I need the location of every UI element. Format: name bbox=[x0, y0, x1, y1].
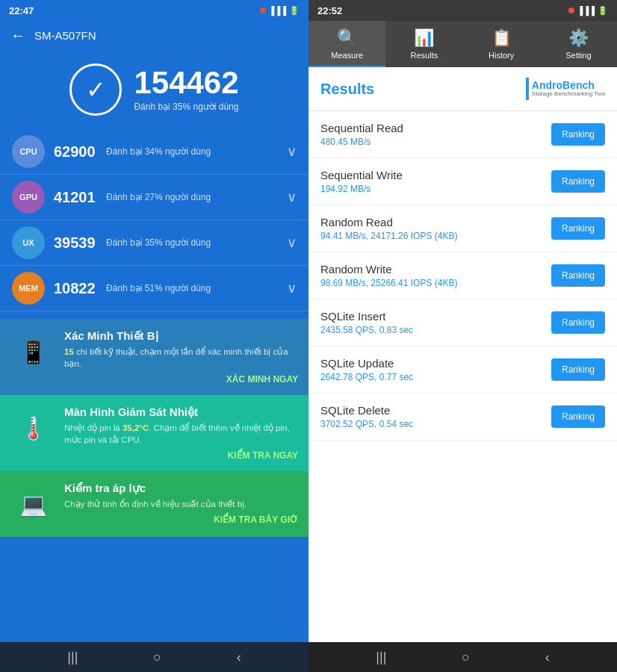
nav-home-icon-right[interactable]: ○ bbox=[462, 650, 470, 665]
promo-thermal[interactable]: 🌡️ Màn Hình Giám Sát Nhiệt Nhiệt độ pin … bbox=[0, 395, 308, 471]
result-seq-read: Sequential Read 480.45 MB/s Ranking bbox=[308, 111, 617, 158]
promo-stress[interactable]: 💻 Kiểm tra áp lực Chạy thử tính ổn định … bbox=[0, 471, 308, 537]
sqlite-insert-info: SQLite Insert 2435.58 QPS, 0.83 sec bbox=[320, 310, 551, 335]
rand-read-info: Random Read 94.41 MB/s, 24171.26 IOPS (4… bbox=[320, 216, 551, 241]
nav-bar-right: ||| ○ ‹ bbox=[308, 642, 617, 672]
nav-menu-icon-right[interactable]: ||| bbox=[376, 650, 386, 665]
notification-dot-left bbox=[260, 7, 266, 13]
sqlite-insert-value: 2435.58 QPS, 0.83 sec bbox=[320, 325, 551, 335]
nav-back-icon-right[interactable]: ‹ bbox=[545, 650, 550, 665]
setting-label: Setting bbox=[565, 51, 591, 60]
status-icons-right: ▐▐▐ 🔋 bbox=[568, 6, 608, 16]
time-right: 22:52 bbox=[317, 5, 342, 16]
measure-icon: 🔍 bbox=[337, 28, 357, 48]
thermal-action[interactable]: KIỂM TRA NGAY bbox=[64, 450, 298, 461]
sqlite-delete-info: SQLite Delete 3702.52 QPS, 0.54 sec bbox=[320, 404, 551, 429]
stress-icon: 💻 bbox=[10, 482, 55, 526]
tab-bar: 🔍 Measure 📊 Results 📋 History ⚙️ Setting bbox=[308, 21, 617, 67]
left-panel: 22:47 ▐▐▐ 🔋 ← SM-A507FN ✓ 154462 Đánh bạ… bbox=[0, 0, 308, 672]
rand-write-info: Random Write 98.69 MB/s, 25266.41 IOPS (… bbox=[320, 263, 551, 288]
seq-read-name: Sequential Read bbox=[320, 122, 551, 134]
metric-gpu[interactable]: GPU 41201 Đánh bại 27% người dùng ∨ bbox=[0, 175, 308, 220]
nav-menu-icon[interactable]: ||| bbox=[67, 650, 78, 665]
notification-dot-right bbox=[568, 7, 574, 13]
seq-write-info: Sequential Write 194.92 MB/s bbox=[320, 169, 551, 194]
gpu-badge: GPU bbox=[12, 181, 45, 214]
sqlite-update-ranking-btn[interactable]: Ranking bbox=[551, 358, 605, 381]
cpu-value: 62900 bbox=[54, 143, 106, 161]
cpu-desc: Đánh bại 34% người dùng bbox=[106, 146, 287, 157]
seq-write-name: Sequential Write bbox=[320, 169, 551, 181]
result-seq-write: Sequential Write 194.92 MB/s Ranking bbox=[308, 158, 617, 205]
stress-content: Kiểm tra áp lực Chạy thử tính ổn định về… bbox=[64, 482, 298, 525]
ux-value: 39539 bbox=[54, 234, 106, 252]
nav-back-icon[interactable]: ‹ bbox=[237, 650, 241, 665]
metric-mem[interactable]: MEM 10822 Đánh bại 51% người dùng ∨ bbox=[0, 266, 308, 311]
status-icons-left: ▐▐▐ 🔋 bbox=[260, 6, 300, 16]
results-icon: 📊 bbox=[414, 28, 434, 48]
stress-action[interactable]: KIỂM TRA BÂY GIỜ bbox=[64, 514, 298, 525]
result-rand-write: Random Write 98.69 MB/s, 25266.41 IOPS (… bbox=[308, 252, 617, 299]
verify-icon: 📱 bbox=[10, 329, 55, 374]
sqlite-delete-value: 3702.52 QPS, 0.54 sec bbox=[320, 419, 551, 429]
promo-cards: 📱 Xác Minh Thiết Bị 15 chi tiết kỹ thuật… bbox=[0, 319, 308, 642]
status-bar-left: 22:47 ▐▐▐ 🔋 bbox=[0, 0, 308, 21]
thermal-icon: 🌡️ bbox=[10, 405, 55, 450]
thermal-content: Màn Hình Giám Sát Nhiệt Nhiệt độ pin là … bbox=[64, 405, 298, 461]
tab-history[interactable]: 📋 History bbox=[463, 21, 540, 67]
rand-read-ranking-btn[interactable]: Ranking bbox=[551, 217, 605, 240]
ux-chevron: ∨ bbox=[287, 234, 297, 251]
logo-text: AndroBench Storage Benchmarking Tool bbox=[532, 80, 605, 98]
rand-write-ranking-btn[interactable]: Ranking bbox=[551, 264, 605, 287]
sqlite-insert-name: SQLite Insert bbox=[320, 310, 551, 323]
result-rand-read: Random Read 94.41 MB/s, 24171.26 IOPS (4… bbox=[308, 205, 617, 252]
result-sqlite-delete: SQLite Delete 3702.52 QPS, 0.54 sec Rank… bbox=[308, 393, 617, 441]
sqlite-update-value: 2642.78 QPS, 0.77 sec bbox=[320, 372, 551, 382]
seq-write-ranking-btn[interactable]: Ranking bbox=[551, 170, 605, 193]
stress-desc: Chạy thử tính ổn định về hiệu suất của t… bbox=[64, 498, 298, 510]
stress-title: Kiểm tra áp lực bbox=[64, 482, 298, 495]
andro-sub: Storage Benchmarking Tool bbox=[532, 91, 605, 98]
tab-results[interactable]: 📊 Results bbox=[385, 21, 462, 67]
sqlite-delete-ranking-btn[interactable]: Ranking bbox=[551, 405, 605, 428]
device-name: SM-A507FN bbox=[34, 29, 96, 42]
thermal-desc: Nhiệt độ pin là 35,2°C. Chạm để biết thê… bbox=[64, 422, 298, 446]
back-button[interactable]: ← bbox=[10, 27, 25, 44]
rand-read-value: 94.41 MB/s, 24171.26 IOPS (4KB) bbox=[320, 231, 551, 241]
status-bar-right: 22:52 ▐▐▐ 🔋 bbox=[308, 0, 617, 21]
rand-write-value: 98.69 MB/s, 25266.41 IOPS (4KB) bbox=[320, 278, 551, 288]
result-sqlite-update: SQLite Update 2642.78 QPS, 0.77 sec Rank… bbox=[308, 346, 617, 393]
metric-ux[interactable]: UX 39539 Đánh bại 35% người dùng ∨ bbox=[0, 220, 308, 266]
result-sqlite-insert: SQLite Insert 2435.58 QPS, 0.83 sec Rank… bbox=[308, 299, 617, 346]
verify-action[interactable]: XÁC MINH NGAY bbox=[64, 374, 298, 385]
measure-label: Measure bbox=[331, 51, 363, 60]
logo-bar bbox=[526, 78, 529, 100]
check-icon: ✓ bbox=[86, 75, 106, 104]
metrics-section: CPU 62900 Đánh bại 34% người dùng ∨ GPU … bbox=[0, 122, 308, 319]
signal-icon-left: ▐▐▐ bbox=[269, 6, 286, 15]
score-subtitle: Đánh bại 35% người dùng bbox=[134, 102, 238, 112]
mem-badge: MEM bbox=[12, 272, 45, 305]
rand-write-name: Random Write bbox=[320, 263, 551, 276]
verify-desc: 15 chi tiết kỹ thuật, chạm một lần để xá… bbox=[64, 346, 298, 370]
sqlite-insert-ranking-btn[interactable]: Ranking bbox=[551, 311, 605, 334]
mem-desc: Đánh bại 51% người dùng bbox=[106, 283, 287, 293]
tab-setting[interactable]: ⚙️ Setting bbox=[540, 21, 617, 67]
top-bar: ← SM-A507FN bbox=[0, 21, 308, 50]
nav-bar-left: ||| ○ ‹ bbox=[0, 642, 308, 672]
seq-read-value: 480.45 MB/s bbox=[320, 137, 551, 147]
metric-cpu[interactable]: CPU 62900 Đánh bại 34% người dùng ∨ bbox=[0, 129, 308, 175]
gpu-desc: Đánh bại 27% người dùng bbox=[106, 192, 287, 202]
seq-write-value: 194.92 MB/s bbox=[320, 184, 551, 194]
score-section: ✓ 154462 Đánh bại 35% người dùng bbox=[0, 50, 308, 122]
nav-home-icon[interactable]: ○ bbox=[153, 650, 161, 665]
cpu-badge: CPU bbox=[12, 135, 45, 168]
promo-verify[interactable]: 📱 Xác Minh Thiết Bị 15 chi tiết kỹ thuật… bbox=[0, 319, 308, 395]
ux-badge: UX bbox=[12, 226, 45, 259]
tab-measure[interactable]: 🔍 Measure bbox=[308, 21, 385, 67]
seq-read-info: Sequential Read 480.45 MB/s bbox=[320, 122, 551, 147]
ux-desc: Đánh bại 35% người dùng bbox=[106, 237, 287, 248]
seq-read-ranking-btn[interactable]: Ranking bbox=[551, 123, 605, 146]
andro-main: AndroBench bbox=[532, 80, 605, 91]
sqlite-update-info: SQLite Update 2642.78 QPS, 0.77 sec bbox=[320, 357, 551, 382]
